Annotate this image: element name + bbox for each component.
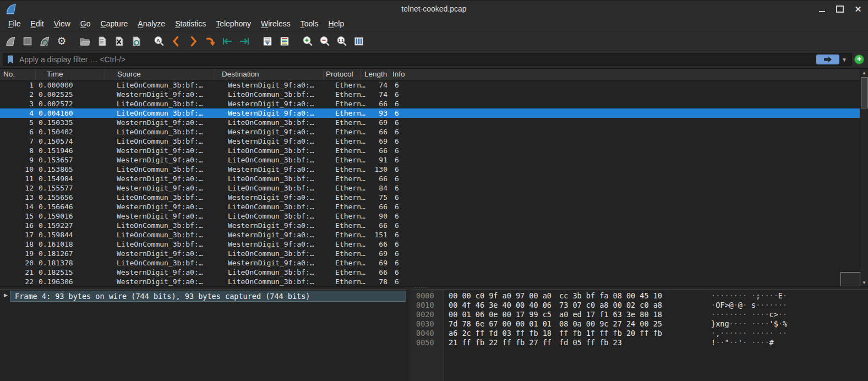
column-header-destination[interactable]: Destination — [215, 69, 323, 80]
capture-stop-icon[interactable] — [20, 34, 35, 48]
packet-row[interactable]: 10.000000LiteOnCommun_3b:bf:…WesternDigi… — [0, 80, 860, 90]
hex-bytes[interactable]: a0 ed 17 f1 63 3e 80 18 — [559, 310, 662, 319]
capture-options-icon[interactable]: ⚙ — [54, 34, 69, 48]
hex-row[interactable]: 000000 00 c0 9f a0 97 00 a0cc 3b bf fa 0… — [411, 291, 868, 301]
display-filter-input[interactable] — [18, 55, 816, 64]
hex-bytes[interactable]: 08 0a 00 9c 27 24 00 25 — [559, 319, 662, 329]
go-forward-icon[interactable] — [186, 34, 200, 48]
ascii-bytes[interactable]: ····# — [751, 338, 774, 347]
minimize-button[interactable] — [817, 5, 826, 14]
hex-row[interactable]: 005021 ff fb 22 ff fb 27 fffd 05 ff fb 2… — [411, 338, 868, 347]
menu-wireless[interactable]: Wireless — [256, 17, 296, 31]
column-header-time[interactable]: Time — [35, 69, 105, 80]
go-back-icon[interactable] — [169, 34, 183, 48]
close-button[interactable]: ✕ — [854, 5, 862, 14]
packet-row[interactable]: 190.181267WesternDigit_9f:a0:…LiteOnComm… — [0, 249, 860, 258]
packet-row[interactable]: 100.153865LiteOnCommun_3b:bf:…WesternDig… — [0, 165, 860, 174]
ascii-bytes[interactable]: ····c>·· — [751, 310, 787, 319]
packet-row[interactable]: 140.156646WesternDigit_9f:a0:…LiteOnComm… — [0, 202, 860, 211]
packet-row[interactable]: 210.182515WesternDigit_9f:a0:…LiteOnComm… — [0, 268, 860, 277]
scrollbar-up-arrow-icon[interactable]: ▲ — [860, 69, 868, 77]
packet-row[interactable]: 170.159844LiteOnCommun_3b:bf:…WesternDig… — [0, 230, 860, 240]
ascii-bytes[interactable]: ····· ·· — [751, 329, 787, 338]
ascii-bytes[interactable]: ········ — [711, 291, 747, 301]
column-header-info[interactable]: Info — [389, 69, 868, 80]
zoom-in-icon[interactable] — [301, 34, 315, 48]
go-last-icon[interactable] — [237, 34, 252, 48]
menu-telephony[interactable]: Telephony — [211, 17, 256, 31]
filter-bookmark-icon[interactable] — [6, 55, 15, 64]
file-reload-icon[interactable] — [129, 34, 143, 48]
resize-columns-icon[interactable] — [352, 34, 366, 48]
packet-row[interactable]: 110.154984WesternDigit_9f:a0:…LiteOnComm… — [0, 174, 860, 183]
packet-row[interactable]: 120.155577WesternDigit_9f:a0:…LiteOnComm… — [0, 183, 860, 193]
packet-row[interactable]: 220.196306WesternDigit_9f:a0:…LiteOnComm… — [0, 277, 860, 286]
display-filter-field[interactable]: ▼ — [3, 53, 852, 66]
hex-bytes[interactable]: ff fb 1f ff fb 20 ff fb — [559, 329, 662, 338]
packet-row[interactable]: 90.153657WesternDigit_9f:a0:…LiteOnCommu… — [0, 155, 860, 165]
zoom-original-icon[interactable]: 1:1 — [335, 34, 349, 48]
hex-bytes[interactable]: fd 05 ff fb 23 — [559, 338, 622, 347]
filter-dropdown-caret-icon[interactable]: ▼ — [842, 57, 847, 63]
auto-scroll-icon[interactable] — [260, 34, 275, 48]
packet-row[interactable]: 60.150402LiteOnCommun_3b:bf:…WesternDigi… — [0, 127, 860, 137]
hex-row[interactable]: 0040a6 2c ff fd 03 ff fb 18ff fb 1f ff f… — [411, 329, 868, 338]
apply-filter-button[interactable] — [816, 55, 839, 64]
hex-bytes[interactable]: 73 07 c0 a8 00 02 c0 a8 — [559, 301, 662, 310]
hex-row[interactable]: 00307d 78 6e 67 00 00 01 0108 0a 00 9c 2… — [411, 319, 868, 329]
column-header-no[interactable]: No. — [0, 69, 35, 80]
packet-row[interactable]: 180.161018LiteOnCommun_3b:bf:…WesternDig… — [0, 240, 860, 249]
hex-bytes[interactable]: 00 4f 46 3e 40 00 40 06 — [449, 301, 552, 310]
column-header-protocol[interactable]: Protocol — [323, 69, 361, 80]
ascii-bytes[interactable]: s······· — [751, 301, 787, 310]
packet-row[interactable]: 20.002525WesternDigit_9f:a0:…LiteOnCommu… — [0, 90, 860, 99]
expand-arrow-icon[interactable]: ▶ — [4, 292, 8, 298]
menu-view[interactable]: View — [49, 17, 75, 31]
capture-restart-icon[interactable] — [37, 34, 52, 48]
hex-bytes[interactable]: 21 ff fb 22 ff fb 27 ff — [449, 338, 552, 347]
hex-bytes[interactable]: 7d 78 6e 67 00 00 01 01 — [449, 319, 552, 329]
packet-row[interactable]: 150.159016WesternDigit_9f:a0:…LiteOnComm… — [0, 211, 860, 221]
menu-analyze[interactable]: Analyze — [133, 17, 170, 31]
file-close-icon[interactable] — [112, 34, 126, 48]
frame-detail-row[interactable]: Frame 4: 93 bytes on wire (744 bits), 93… — [10, 291, 406, 302]
zoom-out-icon[interactable] — [318, 34, 332, 48]
ascii-bytes[interactable]: ········ — [711, 310, 747, 319]
ascii-bytes[interactable]: ·OF>@·@· — [711, 301, 747, 310]
packet-row[interactable]: 70.150574LiteOnCommun_3b:bf:…WesternDigi… — [0, 137, 860, 146]
go-to-packet-icon[interactable] — [203, 34, 217, 48]
capture-start-icon[interactable] — [3, 34, 18, 48]
go-first-icon[interactable] — [220, 34, 234, 48]
packet-row[interactable]: 50.150335WesternDigit_9f:a0:…LiteOnCommu… — [0, 118, 860, 127]
ascii-bytes[interactable]: }xng···· — [711, 319, 747, 329]
ascii-bytes[interactable]: ·;····E· — [751, 291, 787, 301]
add-filter-button[interactable]: + — [854, 55, 864, 64]
menu-capture[interactable]: Capture — [96, 17, 133, 31]
packet-row[interactable]: 160.159227LiteOnCommun_3b:bf:…WesternDig… — [0, 221, 860, 230]
hex-bytes[interactable]: 00 00 c0 9f a0 97 00 a0 — [449, 291, 552, 301]
ascii-bytes[interactable]: ·,······ — [711, 329, 747, 338]
ascii-bytes[interactable]: ····'$·% — [751, 319, 787, 329]
hex-row[interactable]: 002000 01 06 0e 00 17 99 c5a0 ed 17 f1 6… — [411, 310, 868, 319]
column-header-length[interactable]: Length — [361, 69, 389, 80]
packet-row[interactable]: 30.002572LiteOnCommun_3b:bf:…WesternDigi… — [0, 99, 860, 108]
file-open-icon[interactable] — [78, 34, 92, 48]
menu-file[interactable]: File — [3, 17, 26, 31]
menu-go[interactable]: Go — [75, 17, 96, 31]
menu-tools[interactable]: Tools — [296, 17, 324, 31]
packet-row[interactable]: 80.151946WesternDigit_9f:a0:…LiteOnCommu… — [0, 146, 860, 155]
hex-bytes[interactable]: 00 01 06 0e 00 17 99 c5 — [449, 310, 552, 319]
menu-statistics[interactable]: Statistics — [170, 17, 211, 31]
packet-row[interactable]: 40.004160LiteOnCommun_3b:bf:…WesternDigi… — [0, 108, 860, 118]
scrollbar-down-arrow-icon[interactable]: ▼ — [860, 279, 868, 286]
packet-row[interactable]: 200.181378LiteOnCommun_3b:bf:…WesternDig… — [0, 258, 860, 268]
colorize-list-icon[interactable] — [277, 34, 292, 48]
hex-bytes[interactable]: a6 2c ff fd 03 ff fb 18 — [449, 329, 552, 338]
ascii-bytes[interactable]: !··"··'· — [711, 338, 747, 347]
file-save-icon[interactable] — [95, 34, 109, 48]
scrollbar-thumb[interactable] — [861, 77, 868, 108]
menu-help[interactable]: Help — [323, 17, 349, 31]
menu-edit[interactable]: Edit — [26, 17, 49, 31]
maximize-button[interactable] — [836, 5, 844, 14]
packet-row[interactable]: 130.155656LiteOnCommun_3b:bf:…WesternDig… — [0, 193, 860, 202]
